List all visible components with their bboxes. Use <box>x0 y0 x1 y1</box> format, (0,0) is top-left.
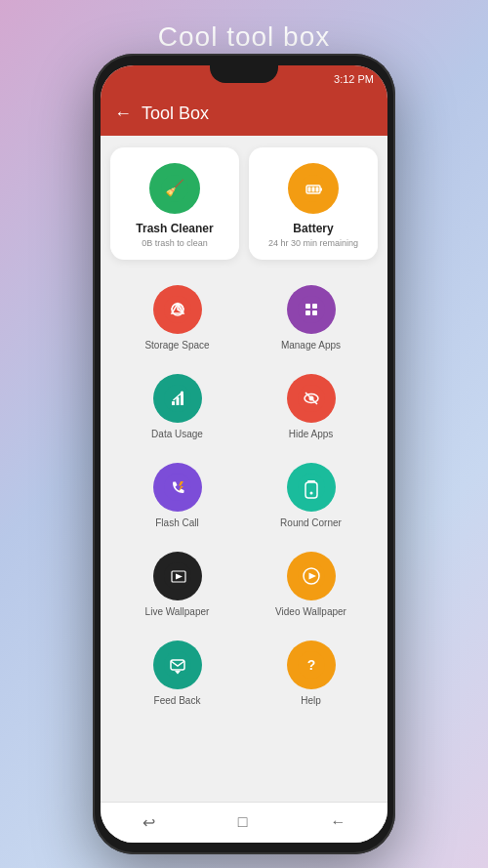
svg-text:🧹: 🧹 <box>165 179 184 197</box>
svg-rect-28 <box>307 480 315 482</box>
video-wallpaper-item[interactable]: Video Wallpaper <box>244 540 378 625</box>
round-corner-icon <box>287 463 336 512</box>
svg-point-10 <box>298 296 325 323</box>
battery-subtitle: 24 hr 30 min remaining <box>268 238 358 248</box>
svg-rect-13 <box>305 310 310 315</box>
phone-frame: 3:12 PM ← Tool Box 🧹 <box>93 54 395 854</box>
video-wallpaper-label: Video Wallpaper <box>275 606 346 617</box>
svg-rect-6 <box>312 186 315 191</box>
hide-apps-icon <box>287 374 336 423</box>
svg-point-24 <box>164 474 191 501</box>
video-wallpaper-icon <box>287 552 336 600</box>
svg-rect-18 <box>181 393 183 405</box>
data-usage-item[interactable]: Data Usage <box>110 362 244 447</box>
flash-call-item[interactable]: Flash Call <box>110 451 244 536</box>
flash-call-label: Flash Call <box>155 517 198 528</box>
svg-rect-14 <box>312 310 317 315</box>
hide-apps-label: Hide Apps <box>289 429 334 439</box>
toolbar: ← Tool Box <box>101 93 387 136</box>
phone-screen: 3:12 PM ← Tool Box 🧹 <box>101 65 387 843</box>
top-cards: 🧹 Trash Cleaner 0B trash to clean <box>110 147 378 260</box>
nav-recent-icon[interactable]: ← <box>330 813 346 831</box>
feed-back-icon <box>153 641 202 689</box>
battery-card[interactable]: Battery 24 hr 30 min remaining <box>249 147 378 260</box>
manage-apps-item[interactable]: Manage Apps <box>244 273 378 358</box>
live-wallpaper-item[interactable]: Live Wallpaper <box>110 540 244 625</box>
status-bar: 3:12 PM <box>101 65 387 93</box>
svg-text:?: ? <box>306 657 315 673</box>
svg-rect-7 <box>316 186 319 191</box>
manage-apps-icon <box>287 285 336 334</box>
live-wallpaper-icon <box>153 552 202 600</box>
svg-rect-12 <box>312 304 317 309</box>
svg-rect-5 <box>308 186 311 191</box>
nav-back-icon[interactable]: ↩ <box>142 813 155 832</box>
help-label: Help <box>301 695 321 706</box>
flash-call-icon <box>153 463 202 512</box>
help-item[interactable]: ? Help <box>244 629 378 714</box>
storage-space-item[interactable]: Storage Space <box>110 273 244 358</box>
trash-cleaner-card[interactable]: 🧹 Trash Cleaner 0B trash to clean <box>110 147 239 260</box>
content-area: 🧹 Trash Cleaner 0B trash to clean <box>101 136 387 802</box>
feed-back-label: Feed Back <box>154 695 201 706</box>
notch <box>210 65 278 83</box>
svg-point-29 <box>309 491 312 494</box>
svg-point-19 <box>181 391 183 393</box>
storage-space-icon <box>153 285 202 334</box>
live-wallpaper-label: Live Wallpaper <box>145 606 210 617</box>
svg-rect-4 <box>320 187 322 190</box>
tools-grid: Storage Space Manage Apps <box>110 273 378 714</box>
battery-icon <box>288 163 339 214</box>
svg-point-26 <box>298 474 325 501</box>
hide-apps-item[interactable]: Hide Apps <box>244 362 378 447</box>
help-icon: ? <box>287 641 336 689</box>
trash-cleaner-title: Trash Cleaner <box>136 222 213 235</box>
manage-apps-label: Manage Apps <box>281 340 341 351</box>
feed-back-item[interactable]: Feed Back <box>110 629 244 714</box>
bottom-nav: ↩ □ ← <box>101 802 387 843</box>
nav-home-icon[interactable]: □ <box>238 813 248 831</box>
svg-rect-16 <box>172 401 175 405</box>
svg-rect-11 <box>305 304 310 309</box>
toolbar-title: Tool Box <box>142 103 209 124</box>
svg-point-35 <box>164 651 191 679</box>
status-time: 3:12 PM <box>334 73 374 85</box>
battery-title: Battery <box>293 222 333 235</box>
data-usage-icon <box>153 374 202 423</box>
trash-cleaner-icon: 🧹 <box>149 163 200 214</box>
storage-space-label: Storage Space <box>144 340 209 351</box>
round-corner-item[interactable]: Round Corner <box>244 451 378 536</box>
page-title: Cool tool box <box>158 21 330 53</box>
back-button[interactable]: ← <box>114 103 132 124</box>
data-usage-label: Data Usage <box>151 429 203 439</box>
trash-cleaner-subtitle: 0B trash to clean <box>142 238 208 248</box>
round-corner-label: Round Corner <box>280 517 342 528</box>
svg-rect-17 <box>176 397 179 405</box>
